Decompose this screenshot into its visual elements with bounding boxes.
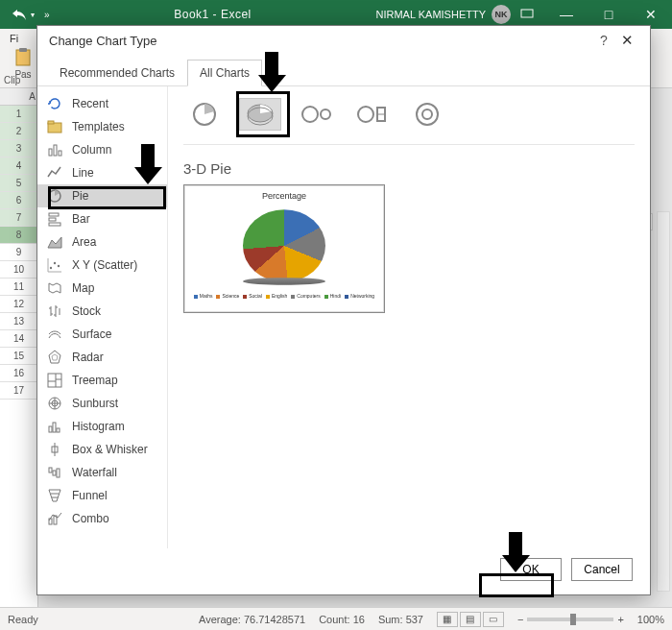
sidebar-item-pie[interactable]: Pie <box>37 184 167 207</box>
chart-preview[interactable]: Percentage MathsScienceSocialEnglishComp… <box>183 184 385 313</box>
svg-rect-5 <box>49 149 52 156</box>
status-bar: Ready Average: 76.71428571 Count: 16 Sum… <box>0 607 672 630</box>
funnel-icon <box>47 488 62 503</box>
view-normal-icon[interactable]: ▦ <box>437 612 458 627</box>
subtype-3d-pie[interactable] <box>239 98 281 131</box>
svg-marker-15 <box>49 351 60 363</box>
sidebar-item-sunburst[interactable]: Sunburst <box>37 392 167 415</box>
sidebar-item-boxwhisker[interactable]: Box & Whisker <box>37 438 167 461</box>
sidebar-item-histogram[interactable]: Histogram <box>37 415 167 438</box>
sidebar-item-label: Stock <box>72 304 101 318</box>
row-header[interactable]: 10 <box>0 261 37 279</box>
legend-item: Science <box>216 293 239 299</box>
waterfall-icon <box>47 465 62 480</box>
undo-button[interactable]: ▾» <box>12 8 50 21</box>
zoom-slider[interactable]: − + <box>517 614 624 625</box>
subtype-pie-of-pie[interactable] <box>295 98 337 131</box>
ok-button[interactable]: OK <box>500 558 562 581</box>
svg-rect-11 <box>49 223 60 226</box>
line-icon <box>47 165 62 181</box>
row-header[interactable]: 9 <box>0 244 37 261</box>
row-header[interactable]: 13 <box>0 313 37 330</box>
user-account[interactable]: NIRMAL KAMISHETTY NK <box>376 5 512 24</box>
row-header[interactable]: 6 <box>0 192 37 209</box>
sidebar-item-templates[interactable]: Templates <box>37 115 167 138</box>
svg-rect-27 <box>57 428 60 432</box>
view-pagelayout-icon[interactable]: ▤ <box>460 612 481 627</box>
row-header[interactable]: 16 <box>0 365 37 382</box>
view-pagebreak-icon[interactable]: ▭ <box>483 612 504 627</box>
row-header[interactable]: 14 <box>0 330 37 348</box>
svg-point-47 <box>422 109 432 119</box>
dialog-help-button[interactable]: ? <box>592 33 615 48</box>
svg-rect-30 <box>49 468 52 472</box>
subtype-doughnut[interactable] <box>406 98 448 131</box>
sidebar-item-label: Histogram <box>72 420 125 433</box>
sidebar-item-stock[interactable]: Stock <box>37 300 167 323</box>
user-name: NIRMAL KAMISHETTY <box>376 9 487 20</box>
sidebar-item-label: X Y (Scatter) <box>72 258 137 272</box>
dialog-close-button[interactable]: ✕ <box>615 32 638 49</box>
row-header[interactable]: 7 <box>0 209 37 227</box>
ribbon-display-icon[interactable] <box>520 7 534 23</box>
sunburst-icon <box>47 396 62 411</box>
vertical-scrollbar[interactable] <box>657 211 670 592</box>
column-header[interactable]: A <box>0 88 37 106</box>
sidebar-item-combo[interactable]: Combo <box>37 507 167 530</box>
sidebar-item-funnel[interactable]: Funnel <box>37 484 167 507</box>
sidebar-item-line[interactable]: Line <box>37 161 167 184</box>
svg-marker-33 <box>49 490 60 501</box>
subtype-heading: 3-D Pie <box>183 160 635 177</box>
row-header[interactable]: 2 <box>0 123 37 140</box>
zoom-in-icon[interactable]: + <box>617 614 623 625</box>
tab-all-charts[interactable]: All Charts <box>187 60 262 86</box>
tab-recommended-charts[interactable]: Recommended Charts <box>47 60 187 86</box>
sidebar-item-area[interactable]: Area <box>37 230 167 254</box>
svg-point-42 <box>321 109 330 119</box>
row-header[interactable]: 5 <box>0 175 37 192</box>
sidebar-item-label: Box & Whisker <box>72 443 148 456</box>
legend-item: Networking <box>345 293 374 299</box>
cancel-button[interactable]: Cancel <box>571 558 633 581</box>
row-header[interactable]: 1 <box>0 106 37 123</box>
row-header[interactable]: 15 <box>0 348 37 365</box>
subtype-pie[interactable] <box>183 98 226 131</box>
svg-marker-16 <box>52 354 58 360</box>
sidebar-item-label: Surface <box>72 327 111 341</box>
row-header[interactable]: 3 <box>0 140 37 158</box>
sidebar-item-treemap[interactable]: Treemap <box>37 369 167 392</box>
chart-subtype-row <box>183 98 635 145</box>
svg-rect-25 <box>49 426 52 432</box>
sidebar-item-surface[interactable]: Surface <box>37 323 167 346</box>
sidebar-item-xy[interactable]: X Y (Scatter) <box>37 254 167 277</box>
zoom-level[interactable]: 100% <box>637 614 664 625</box>
svg-rect-32 <box>57 469 60 477</box>
row-header[interactable]: 17 <box>0 382 37 400</box>
sidebar-item-label: Pie <box>72 189 88 203</box>
sidebar-item-map[interactable]: Map <box>37 277 167 300</box>
svg-rect-6 <box>54 145 57 156</box>
row-header[interactable]: 12 <box>0 296 37 313</box>
sidebar-item-column[interactable]: Column <box>37 138 167 161</box>
row-header[interactable]: 11 <box>0 279 37 296</box>
sidebar-item-bar[interactable]: Bar <box>37 207 167 230</box>
row-header[interactable]: 8 <box>0 227 37 244</box>
sidebar-item-label: Area <box>72 235 96 249</box>
sidebar-item-label: Line <box>72 166 94 180</box>
subtype-bar-of-pie[interactable] <box>350 98 393 131</box>
sidebar-item-radar[interactable]: Radar <box>37 346 167 369</box>
svg-point-43 <box>358 107 373 122</box>
svg-rect-1 <box>16 50 30 65</box>
zoom-out-icon[interactable]: − <box>517 614 523 625</box>
svg-point-14 <box>58 265 60 267</box>
file-tab[interactable]: Fi <box>0 29 28 48</box>
row-header[interactable]: 4 <box>0 158 37 175</box>
sidebar-item-recent[interactable]: Recent <box>37 92 167 115</box>
surface-icon <box>47 327 62 342</box>
chart-category-sidebar: RecentTemplatesColumnLinePieBarAreaX Y (… <box>37 86 168 548</box>
templates-icon <box>47 119 62 134</box>
svg-rect-31 <box>53 471 56 475</box>
sidebar-item-label: Recent <box>72 97 108 110</box>
sidebar-item-waterfall[interactable]: Waterfall <box>37 461 167 484</box>
boxwhisker-icon <box>47 442 62 457</box>
